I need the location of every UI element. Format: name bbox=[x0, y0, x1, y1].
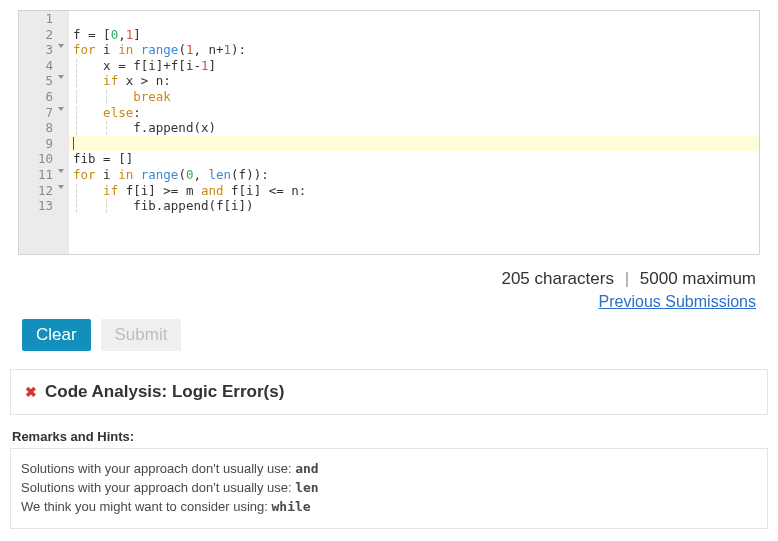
remarks-box: Solutions with your approach don't usual… bbox=[10, 448, 768, 529]
text-cursor bbox=[73, 137, 74, 150]
code-line[interactable]: ┆ ┆ break bbox=[73, 89, 755, 105]
code-token: ] bbox=[208, 58, 216, 73]
analysis-title-text: Code Analysis: Logic Error(s) bbox=[45, 382, 284, 402]
gutter-line: 4 bbox=[19, 58, 65, 74]
character-count: 205 characters | 5000 maximum bbox=[10, 269, 756, 289]
fold-icon[interactable] bbox=[58, 75, 64, 79]
code-token: ┆ bbox=[73, 73, 103, 88]
remark-code: while bbox=[272, 499, 311, 514]
code-line[interactable]: f = [0,1] bbox=[73, 27, 755, 43]
code-token: else bbox=[103, 105, 133, 120]
remark-item: Solutions with your approach don't usual… bbox=[21, 461, 757, 476]
code-line[interactable]: ┆ ┆ fib.append(f[i]) bbox=[73, 198, 755, 214]
code-token: if bbox=[103, 183, 118, 198]
remark-text: Solutions with your approach don't usual… bbox=[21, 480, 295, 495]
gutter-line: 8 bbox=[19, 120, 65, 136]
code-token: x = f[i]+f[i- bbox=[103, 58, 201, 73]
code-line[interactable]: ┆ if f[i] >= m and f[i] <= n: bbox=[73, 183, 755, 199]
remark-item: We think you might want to consider usin… bbox=[21, 499, 757, 514]
code-line[interactable]: ┆ else: bbox=[73, 105, 755, 121]
code-editor[interactable]: 12345678910111213 f = [0,1]for i in rang… bbox=[18, 10, 760, 255]
submit-button: Submit bbox=[101, 319, 182, 351]
gutter-line: 12 bbox=[19, 183, 65, 199]
code-line[interactable] bbox=[73, 136, 755, 152]
code-token: ( bbox=[178, 42, 186, 57]
code-token: len bbox=[209, 167, 232, 182]
code-token: f.append(x) bbox=[133, 120, 216, 135]
remarks-label: Remarks and Hints: bbox=[12, 429, 768, 444]
gutter-line: 7 bbox=[19, 105, 65, 121]
remark-text: Solutions with your approach don't usual… bbox=[21, 461, 295, 476]
gutter-line: 11 bbox=[19, 167, 65, 183]
code-token: i bbox=[96, 42, 119, 57]
code-token: f[i] <= n: bbox=[224, 183, 307, 198]
fold-icon[interactable] bbox=[58, 107, 64, 111]
code-token: i bbox=[96, 167, 119, 182]
analysis-title: ✖ Code Analysis: Logic Error(s) bbox=[25, 382, 753, 402]
code-line[interactable] bbox=[73, 11, 755, 27]
code-token: for bbox=[73, 42, 96, 57]
gutter-line: 1 bbox=[19, 11, 65, 27]
remark-text: We think you might want to consider usin… bbox=[21, 499, 272, 514]
error-icon: ✖ bbox=[25, 384, 37, 400]
remark-code: and bbox=[295, 461, 318, 476]
code-line[interactable]: ┆ ┆ f.append(x) bbox=[73, 120, 755, 136]
remark-code: len bbox=[295, 480, 318, 495]
button-row: Clear Submit bbox=[22, 319, 760, 351]
code-analysis-panel: ✖ Code Analysis: Logic Error(s) bbox=[10, 369, 768, 415]
previous-submissions-link[interactable]: Previous Submissions bbox=[599, 293, 756, 310]
code-token: in bbox=[118, 167, 133, 182]
fold-icon[interactable] bbox=[58, 169, 64, 173]
code-token: ): bbox=[231, 42, 246, 57]
clear-button[interactable]: Clear bbox=[22, 319, 91, 351]
code-token: if bbox=[103, 73, 118, 88]
code-token: ┆ ┆ bbox=[73, 198, 133, 213]
code-token bbox=[133, 167, 141, 182]
editor-gutter: 12345678910111213 bbox=[19, 11, 69, 254]
code-line[interactable]: ┆ x = f[i]+f[i-1] bbox=[73, 58, 755, 74]
gutter-line: 13 bbox=[19, 198, 65, 214]
code-token: break bbox=[133, 89, 171, 104]
code-token: ┆ bbox=[73, 105, 103, 120]
gutter-line: 9 bbox=[19, 136, 65, 152]
code-token: : bbox=[133, 105, 141, 120]
fold-icon[interactable] bbox=[58, 44, 64, 48]
fold-icon[interactable] bbox=[58, 185, 64, 189]
code-token: in bbox=[118, 42, 133, 57]
code-token: ┆ bbox=[73, 183, 103, 198]
code-token: range bbox=[141, 42, 179, 57]
code-token: ┆ ┆ bbox=[73, 120, 133, 135]
code-token: ┆ ┆ bbox=[73, 89, 133, 104]
code-token: (f)): bbox=[231, 167, 269, 182]
char-count-separator: | bbox=[625, 269, 629, 288]
code-token bbox=[133, 42, 141, 57]
code-token: ┆ bbox=[73, 58, 103, 73]
code-token: , bbox=[118, 27, 126, 42]
editor-code-area[interactable]: f = [0,1]for i in range(1, n+1):┆ x = f[… bbox=[69, 11, 759, 254]
gutter-line: 5 bbox=[19, 73, 65, 89]
code-token: ( bbox=[178, 167, 186, 182]
code-token: , bbox=[193, 167, 208, 182]
code-token: , n+ bbox=[193, 42, 223, 57]
code-token: fib = [] bbox=[73, 151, 133, 166]
code-token: and bbox=[201, 183, 224, 198]
gutter-line: 10 bbox=[19, 151, 65, 167]
code-line[interactable]: for i in range(0, len(f)): bbox=[73, 167, 755, 183]
code-line[interactable]: fib = [] bbox=[73, 151, 755, 167]
code-token: f = [ bbox=[73, 27, 111, 42]
code-token: 1 bbox=[224, 42, 232, 57]
code-token: fib.append(f[i]) bbox=[133, 198, 253, 213]
char-count-value: 205 characters bbox=[501, 269, 613, 288]
code-line[interactable]: ┆ if x > n: bbox=[73, 73, 755, 89]
code-token: ] bbox=[133, 27, 141, 42]
code-line[interactable]: for i in range(1, n+1): bbox=[73, 42, 755, 58]
gutter-line: 6 bbox=[19, 89, 65, 105]
remark-item: Solutions with your approach don't usual… bbox=[21, 480, 757, 495]
code-token: x > n: bbox=[118, 73, 171, 88]
code-token: range bbox=[141, 167, 179, 182]
gutter-line: 2 bbox=[19, 27, 65, 43]
code-token: for bbox=[73, 167, 96, 182]
char-count-max: 5000 maximum bbox=[640, 269, 756, 288]
gutter-line: 3 bbox=[19, 42, 65, 58]
code-token: f[i] >= m bbox=[118, 183, 201, 198]
